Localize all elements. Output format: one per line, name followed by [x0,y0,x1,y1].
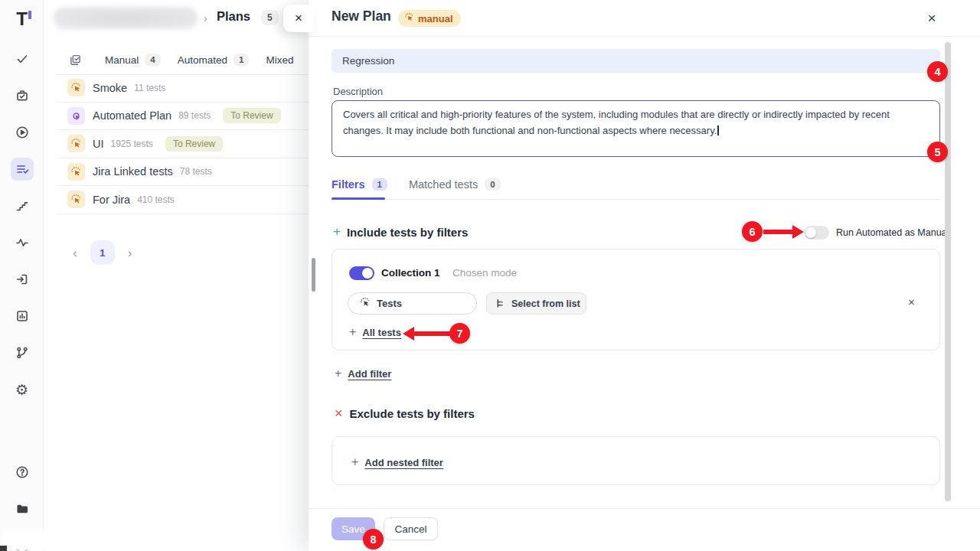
pagination: ‹ 1 › [73,240,132,265]
plan-row[interactable]: Jira Linked tests78 tests [57,158,309,187]
add-nested-filter-link[interactable]: Add nested filter [364,457,443,468]
check-icon [15,52,29,66]
annotation-arrowhead-6 [792,225,804,239]
tab-matched-tests[interactable]: Matched tests 0 [409,178,501,191]
plan-tests-count: 410 tests [137,194,175,205]
add-filter-row: + Add filter [335,367,391,380]
close-icon: × [295,11,302,26]
plan-name: Automated Plan [93,109,172,122]
tree-list-icon [495,298,506,309]
annotation-circle-8: 8 [363,529,384,549]
exclude-filter-card: + Add nested filter [332,436,940,485]
plan-type-tabs: Manual 4 Automated 1 Mixed [44,46,309,73]
sidebar-item-suites[interactable] [11,84,34,107]
source-select[interactable]: Tests [348,292,477,315]
tab-manual[interactable]: Manual 4 [105,54,161,66]
plan-type-badge: manual [398,10,461,27]
pagination-prev-icon[interactable]: ‹ [73,246,77,259]
sidebar-item-plans[interactable] [11,158,34,181]
divider [309,508,980,509]
add-filter-link[interactable]: Add filter [348,368,391,380]
annotation-circle-7: 7 [449,323,470,344]
breadcrumb: › Plans 5 [44,0,309,37]
drawer-scrollbar[interactable] [945,42,951,501]
activity-icon [15,236,29,249]
collection-enabled-toggle[interactable] [349,266,374,280]
sidebar-item-runs[interactable] [11,121,34,144]
manual-plan-icon [67,135,85,152]
plan-row[interactable]: UI1925 testsTo Review [57,130,309,158]
divider [309,36,980,37]
description-textarea[interactable]: Covers all critical and high-priority fe… [332,100,940,157]
tab-mixed[interactable]: Mixed [266,54,293,66]
plan-row[interactable]: Automated Plan89 testsTo Review [57,103,309,131]
to-review-badge: To Review [223,108,280,123]
tab-automated[interactable]: Automated 1 [178,54,250,66]
screen-corner-artifact [0,546,7,551]
sidebar-item-settings[interactable]: ⚙ [11,378,34,401]
plan-tests-count: 89 tests [178,110,211,121]
manual-sparkle-icon [360,297,371,310]
divider [332,199,940,200]
page-scrollbar-thumb[interactable] [312,258,315,292]
sidebar-item-help[interactable] [11,461,34,484]
collection-name: Collection 1 [381,267,440,279]
select-all-icon[interactable] [69,54,82,67]
automated-plan-icon [67,107,85,125]
briefcase-check-icon [15,89,29,103]
remove-filter-icon[interactable]: × [908,295,915,308]
collection-filter-card: Collection 1 Chosen mode Tests [332,249,940,350]
play-circle-icon [15,126,29,139]
drawer-tabs: Filters 1 Matched tests 0 [332,178,501,191]
page-title[interactable]: Plans [217,9,250,24]
text-caret [717,126,719,135]
plans-count-badge: 5 [261,10,279,25]
run-automated-as-manual-toggle[interactable] [804,226,829,240]
annotation-arrow-7 [414,331,451,336]
select-from-list-button[interactable]: Select from list [486,292,586,315]
sidebar-item-projects[interactable] [11,497,34,520]
drawer-close-button[interactable]: × [923,9,941,28]
sidebar-item-tests[interactable] [11,47,34,70]
drawer-title: New Plan [332,8,391,24]
annotation-arrowhead-7 [403,327,414,341]
drawer-edge-close-button[interactable]: × [283,5,314,32]
collection-mode: Chosen mode [452,267,517,279]
active-tab-underline [332,197,385,200]
all-tests-link[interactable]: All tests [362,327,401,338]
app-root: T ⚙ T › Plans 5 Manual 4 [0,0,980,551]
cancel-button[interactable]: Cancel [384,517,438,540]
project-name-blurred[interactable] [54,7,198,29]
plus-icon: + [351,455,358,469]
plan-list: Smoke11 tests Automated Plan89 testsTo R… [57,74,309,214]
manual-plan-icon [67,191,85,208]
plus-icon: + [333,224,341,240]
plan-name: For Jira [93,194,130,206]
pagination-next-icon[interactable]: › [128,246,132,259]
app-logo[interactable]: T [0,6,44,32]
plan-tests-count: 78 tests [180,166,212,177]
x-icon: × [335,406,343,420]
plan-tests-count: 1925 tests [111,139,153,149]
import-icon [15,272,29,286]
tab-filters[interactable]: Filters 1 [332,178,387,191]
description-label: Description [333,86,383,97]
annotation-circle-5: 5 [927,142,948,162]
plan-name-input[interactable]: Regression [332,49,940,73]
to-review-badge: To Review [165,136,223,152]
sidebar-item-milestones[interactable] [11,194,34,217]
new-plan-drawer: New Plan manual × Regression Description… [309,0,980,551]
steps-icon [15,199,29,213]
pagination-page-1[interactable]: 1 [90,240,115,265]
sidebar-item-analytics[interactable] [11,305,34,328]
sidebar-item-branches[interactable] [11,341,34,364]
exclude-section-header: × Exclude tests by filters [335,406,475,420]
branch-icon [15,346,29,360]
plan-row[interactable]: For Jira410 tests [57,186,309,214]
sidebar-item-import[interactable] [11,268,34,291]
plan-name: UI [93,138,104,150]
sidebar-item-pulse[interactable] [11,231,34,254]
plan-row[interactable]: Smoke11 tests [57,74,309,103]
folder-icon [15,502,29,516]
list-check-icon [15,162,29,176]
